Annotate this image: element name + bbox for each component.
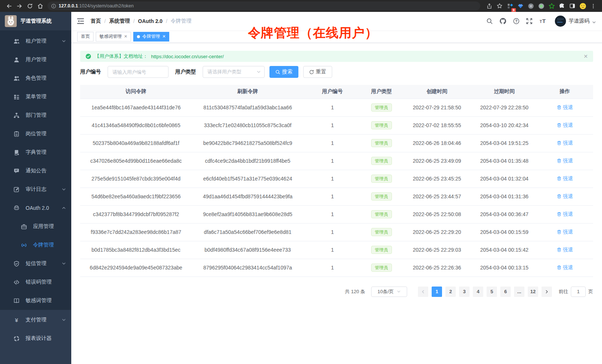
bookmark-star-icon[interactable] — [494, 1, 505, 11]
force-logout-button[interactable]: 强退 — [557, 122, 573, 129]
page-button[interactable]: 1 — [432, 287, 442, 297]
role-icon — [13, 75, 20, 82]
forward-icon[interactable] — [14, 1, 24, 11]
force-logout-button[interactable]: 强退 — [557, 229, 573, 235]
sidebar-item[interactable]: 角色管理 — [0, 69, 71, 87]
force-logout-button[interactable]: 强退 — [557, 158, 573, 164]
site-info-icon[interactable] — [51, 4, 56, 9]
close-icon[interactable]: ✕ — [583, 54, 588, 59]
help-icon[interactable]: ? — [513, 18, 520, 24]
profile-avatar-emoji[interactable] — [578, 1, 588, 11]
reload-icon[interactable] — [24, 1, 35, 11]
page-button[interactable]: 4 — [473, 287, 483, 297]
sidebar-item[interactable]: 敏感词管理 — [0, 291, 71, 310]
collapse-sidebar-icon[interactable] — [76, 17, 85, 25]
command-extension-icon[interactable]: ⌘ — [526, 1, 536, 11]
back-icon[interactable] — [4, 1, 14, 11]
breadcrumb-oauth[interactable]: OAuth 2.0 — [138, 18, 163, 24]
extension-grid-icon[interactable]: 9 — [505, 1, 515, 11]
page-size-select[interactable]: 10条/页 — [371, 287, 407, 297]
search-button[interactable]: 搜索 — [269, 66, 298, 78]
refresh-token-cell: be90422b8c7946218275a508bf524fc9 — [192, 134, 304, 152]
force-logout-button[interactable]: 强退 — [557, 140, 573, 146]
sidebar-item[interactable]: 租户管理 — [0, 32, 71, 50]
menu-icon — [13, 94, 20, 100]
sidebar-item[interactable]: 用户管理 — [0, 50, 71, 69]
force-logout-button[interactable]: 强退 — [557, 264, 573, 271]
user-type-cell: 管理员 — [361, 241, 402, 259]
sidebar-item[interactable]: 报表设计器 — [0, 329, 71, 348]
notice-doc-link[interactable]: https://doc.iocoder.cn/user-center/ — [151, 54, 224, 59]
browser-menu-icon[interactable] — [588, 1, 598, 11]
column-header: 创建时间 — [402, 85, 472, 99]
reset-button[interactable]: 重置 — [303, 66, 332, 78]
expire-time-cell: 2054-03-04 00:36:47 — [472, 205, 536, 223]
breadcrumb-system[interactable]: 系统管理 — [109, 18, 130, 24]
force-logout-button[interactable]: 强退 — [557, 104, 573, 111]
page-button[interactable]: 2 — [445, 287, 456, 297]
app-icon — [21, 224, 27, 230]
force-logout-button[interactable]: 强退 — [557, 246, 573, 253]
font-size-icon[interactable]: TT — [539, 17, 547, 25]
tab-active[interactable]: 令牌管理✕ — [133, 32, 169, 42]
star-extension-icon[interactable] — [546, 1, 557, 11]
side-panel-icon[interactable] — [567, 1, 578, 11]
fullscreen-icon[interactable] — [526, 18, 533, 24]
sidebar-menu: 租户管理用户管理角色管理菜单管理部门管理岗位管理字典管理通知公告审计日志OAut… — [0, 30, 71, 310]
force-logout-button[interactable]: 强退 — [557, 193, 573, 200]
record-extension-icon[interactable] — [536, 1, 546, 11]
address-bar[interactable]: 127.0.0.1:1024/system/oauth2/token — [48, 1, 480, 10]
sidebar-item[interactable]: A令牌管理 — [0, 236, 71, 254]
sidebar-item[interactable]: 菜单管理 — [0, 87, 71, 106]
sidebar-item[interactable]: OAuth 2.0 — [0, 199, 71, 217]
share-icon[interactable] — [484, 1, 494, 11]
created-time-cell: 2022-06-25 23:45:25 — [402, 170, 472, 188]
user-type-select[interactable]: 请选择用户类型 — [203, 66, 265, 78]
chevron-down-icon — [62, 318, 66, 322]
access-token-cell: 54d6be82ee5a460a9aedc1f9bf223656 — [80, 188, 192, 205]
sidebar-item[interactable]: ¥支付管理 — [0, 311, 71, 329]
user-menu[interactable]: 芋道源码 — [555, 16, 596, 27]
url-path: :1024/system/oauth2/token — [78, 3, 134, 9]
refresh-token-cell: dfa6c71a50a54c66bef706ef9e6e8d81 — [192, 223, 304, 241]
next-page-button[interactable] — [542, 287, 552, 297]
close-icon[interactable]: ✕ — [124, 34, 127, 39]
sidebar-item[interactable]: 审计日志 — [0, 180, 71, 199]
sidebar-item[interactable]: 岗位管理 — [0, 125, 71, 143]
breadcrumb-home[interactable]: 首页 — [91, 18, 101, 24]
force-logout-button[interactable]: 强退 — [557, 211, 573, 218]
sidebar-item[interactable]: 错误码管理 — [0, 273, 71, 291]
search-icon[interactable] — [486, 18, 493, 24]
page-button[interactable]: 5 — [487, 287, 497, 297]
more-pages-button[interactable]: ... — [514, 287, 524, 297]
puzzle-extensions-icon[interactable] — [557, 1, 567, 11]
tab-item[interactable]: 敏感词管理✕ — [96, 32, 131, 42]
page-button[interactable]: 6 — [500, 287, 511, 297]
trash-icon — [557, 158, 562, 163]
column-header: 用户类型 — [361, 85, 402, 99]
sidebar-item[interactable]: 部门管理 — [0, 106, 71, 125]
github-icon[interactable] — [499, 17, 507, 25]
tab-item[interactable]: 首页 — [77, 32, 94, 42]
tags-view: 首页敏感词管理✕令牌管理✕ — [71, 30, 602, 43]
close-icon[interactable]: ✕ — [162, 34, 166, 39]
sidebar-item[interactable]: 通知公告 — [0, 162, 71, 180]
created-time-cell: 2022-06-25 22:50:08 — [402, 205, 472, 223]
sidebar-item[interactable]: 字典管理 — [0, 143, 71, 162]
tab-label: 敏感词管理 — [99, 33, 122, 40]
app-logo-row[interactable]: 芋道管理系统 — [0, 12, 71, 30]
home-icon[interactable] — [35, 1, 45, 11]
gem-extension-icon[interactable] — [515, 1, 526, 11]
sidebar-item[interactable]: 应用管理 — [0, 217, 71, 236]
goto-page-input[interactable] — [571, 287, 586, 297]
prev-page-button[interactable] — [418, 287, 428, 297]
dict-icon — [13, 149, 20, 156]
user-id-input[interactable] — [108, 66, 169, 78]
breadcrumb-separator: / — [104, 18, 106, 24]
force-logout-button[interactable]: 强退 — [557, 175, 573, 182]
page-button[interactable]: 3 — [459, 287, 470, 297]
page-button[interactable]: 12 — [528, 287, 538, 297]
created-time-cell: 2022-06-26 18:04:46 — [402, 134, 472, 152]
sidebar-item[interactable]: 短信管理 — [0, 254, 71, 273]
chevron-down-icon — [592, 20, 596, 24]
